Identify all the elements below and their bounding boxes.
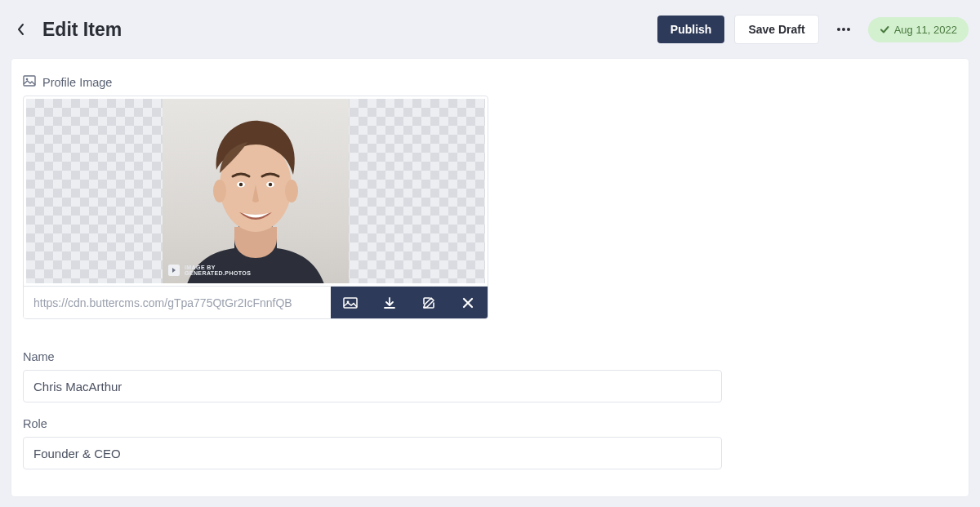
profile-photo bbox=[163, 99, 349, 283]
watermark-badge-icon bbox=[168, 265, 180, 276]
download-image-button[interactable] bbox=[370, 287, 409, 318]
watermark-line1: IMAGE BY bbox=[185, 265, 251, 270]
back-button[interactable] bbox=[11, 20, 31, 39]
svg-point-2 bbox=[847, 28, 850, 31]
download-icon bbox=[383, 296, 396, 309]
profile-image-label: Profile Image bbox=[23, 75, 957, 89]
page-header: Edit Item Publish Save Draft Aug 11, 202… bbox=[0, 0, 980, 59]
svg-point-9 bbox=[239, 183, 243, 186]
chevron-left-icon bbox=[16, 23, 26, 36]
edit-icon bbox=[422, 296, 435, 309]
svg-point-7 bbox=[285, 180, 298, 202]
image-actions bbox=[331, 287, 488, 318]
name-input[interactable] bbox=[23, 370, 722, 402]
photo-icon bbox=[343, 296, 358, 309]
image-url-row bbox=[24, 286, 488, 318]
name-label-text: Name bbox=[23, 350, 55, 363]
header-left: Edit Item bbox=[11, 19, 122, 41]
svg-point-1 bbox=[842, 28, 845, 31]
profile-image-label-text: Profile Image bbox=[42, 76, 112, 89]
role-label-text: Role bbox=[23, 417, 47, 430]
role-field: Role bbox=[23, 417, 957, 469]
name-label: Name bbox=[23, 350, 957, 363]
status-date: Aug 11, 2022 bbox=[894, 24, 957, 36]
close-icon bbox=[462, 297, 474, 309]
edit-image-button[interactable] bbox=[409, 287, 448, 318]
watermark-line2: GENERATED.PHOTOS bbox=[185, 270, 251, 276]
image-icon bbox=[23, 75, 36, 89]
check-icon bbox=[880, 24, 889, 34]
content-panel: Profile Image bbox=[11, 59, 969, 496]
image-preview[interactable]: IMAGE BY GENERATED.PHOTOS bbox=[24, 96, 488, 286]
image-watermark: IMAGE BY GENERATED.PHOTOS bbox=[168, 265, 251, 276]
svg-point-11 bbox=[269, 183, 272, 186]
svg-point-6 bbox=[213, 180, 226, 202]
svg-rect-12 bbox=[344, 298, 357, 308]
role-label: Role bbox=[23, 417, 957, 430]
svg-point-0 bbox=[837, 28, 840, 31]
svg-point-4 bbox=[26, 78, 29, 81]
profile-image-field: Profile Image bbox=[23, 75, 957, 319]
header-right: Publish Save Draft Aug 11, 2022 bbox=[657, 15, 969, 44]
image-url-input[interactable] bbox=[24, 287, 331, 318]
remove-image-button[interactable] bbox=[448, 287, 488, 318]
status-badge: Aug 11, 2022 bbox=[868, 17, 969, 42]
role-input[interactable] bbox=[23, 437, 722, 469]
more-actions-button[interactable] bbox=[829, 15, 858, 44]
name-field: Name bbox=[23, 350, 957, 402]
svg-rect-3 bbox=[24, 76, 35, 86]
page-title: Edit Item bbox=[42, 19, 122, 41]
publish-button[interactable]: Publish bbox=[657, 16, 725, 43]
ellipsis-icon bbox=[836, 27, 851, 32]
image-widget: IMAGE BY GENERATED.PHOTOS bbox=[23, 96, 488, 319]
save-draft-button[interactable]: Save Draft bbox=[734, 15, 818, 44]
replace-image-button[interactable] bbox=[331, 287, 370, 318]
